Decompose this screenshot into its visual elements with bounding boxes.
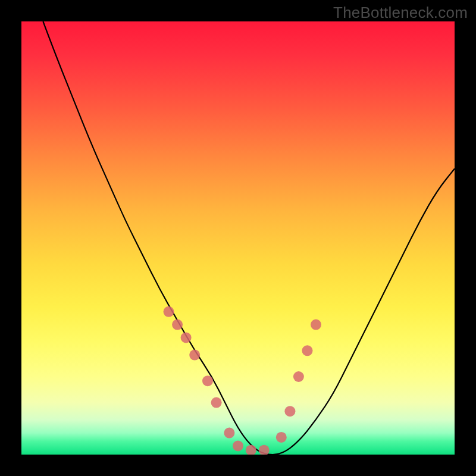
curve-layer — [21, 21, 455, 455]
highlight-dot — [224, 428, 234, 439]
highlight-dot — [302, 345, 313, 356]
highlight-dot — [246, 445, 256, 455]
highlight-dot — [259, 445, 270, 455]
highlight-dots — [164, 306, 322, 455]
chart-frame: TheBottleneck.com — [0, 0, 476, 476]
highlight-dot — [181, 332, 192, 343]
bottleneck-curve — [43, 21, 455, 455]
highlight-dot — [233, 440, 243, 451]
highlight-dot — [172, 320, 183, 330]
plot-area — [21, 21, 455, 455]
highlight-dot — [202, 375, 213, 386]
highlight-dot — [293, 371, 304, 382]
highlight-dot — [284, 406, 295, 416]
highlight-dot — [311, 320, 321, 330]
brand-watermark: TheBottleneck.com — [333, 4, 468, 22]
highlight-dot — [276, 432, 287, 443]
highlight-dot — [164, 306, 174, 317]
highlight-dot — [189, 350, 200, 361]
highlight-dot — [211, 397, 222, 408]
